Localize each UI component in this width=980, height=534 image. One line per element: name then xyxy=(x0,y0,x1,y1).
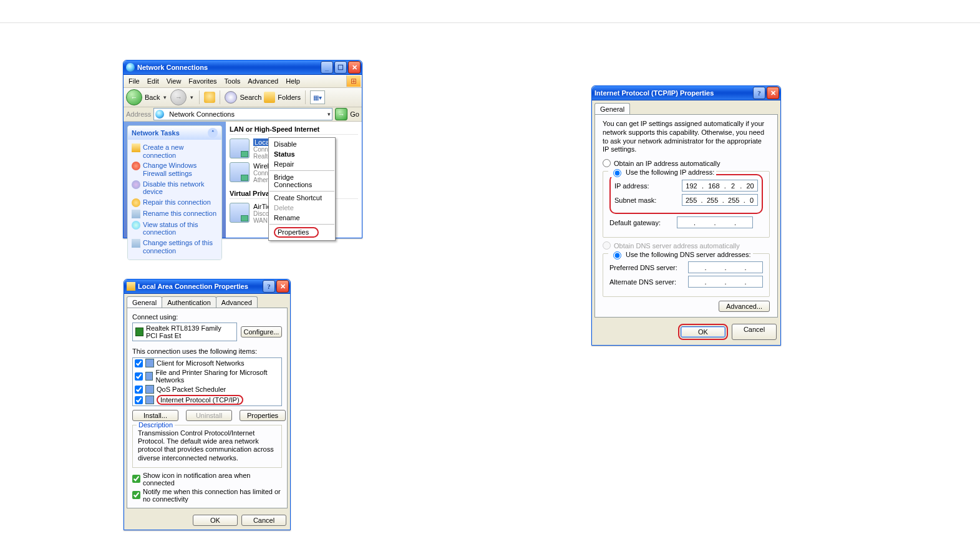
radio-use-ip[interactable] xyxy=(613,169,621,177)
folders-icon[interactable] xyxy=(264,92,275,103)
menu-edit[interactable]: Edit xyxy=(143,75,163,87)
component-fps[interactable]: File and Printer Sharing for Microsoft N… xyxy=(133,368,281,384)
task-create[interactable]: Create a new connection xyxy=(130,142,219,160)
client-icon xyxy=(145,359,154,367)
menu-favorites[interactable]: Favorites xyxy=(185,75,220,87)
adapter-name: Realtek RTL8139 Family PCI Fast Et xyxy=(146,324,234,339)
address-value: Network Connections xyxy=(169,110,235,118)
ok-button[interactable]: OK xyxy=(681,326,725,337)
radio-use-dns[interactable] xyxy=(613,251,621,260)
views-button[interactable]: ▦▾ xyxy=(310,90,325,104)
maximize-button[interactable]: ☐ xyxy=(334,61,347,74)
close-button[interactable]: ✕ xyxy=(767,87,779,99)
chk-qos[interactable] xyxy=(135,386,143,394)
highlight-tcpip: Internet Protocol (TCP/IP) xyxy=(157,395,243,405)
search-label[interactable]: Search xyxy=(240,94,261,101)
tab-general[interactable]: General xyxy=(127,296,162,308)
back-button[interactable]: ← xyxy=(126,89,142,105)
forward-button[interactable]: → xyxy=(170,89,187,105)
menu-view[interactable]: View xyxy=(163,75,185,87)
ip-fieldset: Use the following IP address: IP address… xyxy=(603,171,770,238)
windows-flag-icon: ⊞ xyxy=(346,75,361,87)
tasks-header[interactable]: Network Tasks ˄ xyxy=(128,126,221,140)
back-dropdown[interactable]: ▾ xyxy=(162,94,168,100)
subnet-mask-input[interactable]: 255. 255. 255. 0 xyxy=(682,194,758,206)
uses-label: This connection uses the following items… xyxy=(132,347,282,355)
back-label[interactable]: Back xyxy=(145,94,160,101)
go-button[interactable]: → xyxy=(335,108,347,120)
ctx-properties[interactable]: Properties xyxy=(269,226,335,239)
chk-notify[interactable] xyxy=(132,491,140,499)
help-button[interactable]: ? xyxy=(753,87,765,99)
up-button[interactable] xyxy=(204,92,215,103)
radio-auto-ip[interactable] xyxy=(603,159,611,167)
ip-address-input[interactable]: 192. 168. 2. 20 xyxy=(682,180,758,192)
task-disable[interactable]: Disable this network device xyxy=(130,179,219,197)
address-dropdown[interactable]: ▾ xyxy=(327,111,331,117)
collapse-icon[interactable]: ˄ xyxy=(208,128,218,138)
task-repair[interactable]: Repair this connection xyxy=(130,197,219,208)
forward-dropdown[interactable]: ▾ xyxy=(189,94,195,100)
tab-general[interactable]: General xyxy=(594,103,630,114)
task-rename[interactable]: Rename this connection xyxy=(130,208,219,220)
chk-fps[interactable] xyxy=(135,372,143,381)
titlebar[interactable]: Network Connections _ ☐ ✕ xyxy=(124,61,362,75)
nic-icon xyxy=(135,328,143,336)
advanced-button[interactable]: Advanced... xyxy=(719,301,770,312)
properties-button[interactable]: Properties xyxy=(240,410,286,421)
component-client[interactable]: Client for Microsoft Networks xyxy=(133,358,281,368)
vpn-icon xyxy=(230,203,250,223)
go-label[interactable]: Go xyxy=(350,110,359,118)
cancel-button[interactable]: Cancel xyxy=(241,515,286,526)
highlight-ok: OK xyxy=(678,324,728,340)
menu-help[interactable]: Help xyxy=(282,75,304,87)
tab-authentication[interactable]: Authentication xyxy=(162,296,216,308)
menubar: File Edit View Favorites Tools Advanced … xyxy=(124,75,362,88)
menu-advanced[interactable]: Advanced xyxy=(244,75,282,87)
titlebar[interactable]: Local Area Connection Properties ? ✕ xyxy=(124,279,290,294)
ctx-status[interactable]: Status xyxy=(269,149,335,159)
wlan-icon xyxy=(230,162,250,182)
pref-dns-label: Preferred DNS server: xyxy=(609,264,688,271)
help-button[interactable]: ? xyxy=(263,280,275,293)
cancel-button[interactable]: Cancel xyxy=(732,324,777,340)
titlebar[interactable]: Internet Protocol (TCP/IP) Properties ? … xyxy=(592,86,780,100)
task-status[interactable]: View status of this connection xyxy=(130,220,219,238)
chk-show-icon[interactable] xyxy=(132,475,140,483)
ctx-bridge[interactable]: Bridge Connections xyxy=(269,172,335,190)
tab-advanced[interactable]: Advanced xyxy=(216,296,258,308)
adapter-field[interactable]: Realtek RTL8139 Family PCI Fast Et xyxy=(132,323,237,341)
close-button[interactable]: ✕ xyxy=(276,280,289,293)
pref-dns-input[interactable]: ... xyxy=(688,261,763,273)
install-button[interactable]: Install... xyxy=(132,410,178,421)
minimize-button[interactable]: _ xyxy=(321,61,333,74)
components-list[interactable]: Client for Microsoft Networks File and P… xyxy=(132,357,282,406)
subnet-mask-label: Subnet mask: xyxy=(614,197,682,204)
dns-fieldset: Use the following DNS server addresses: … xyxy=(603,253,770,297)
tab-page-general: You can get IP settings assigned automat… xyxy=(594,114,778,318)
ctx-repair[interactable]: Repair xyxy=(269,159,335,169)
close-button[interactable]: ✕ xyxy=(348,61,361,74)
task-settings[interactable]: Change settings of this connection xyxy=(130,238,219,256)
task-firewall[interactable]: Change Windows Firewall settings xyxy=(130,160,219,178)
component-tcpip[interactable]: Internet Protocol (TCP/IP) xyxy=(133,394,281,405)
component-qos[interactable]: QoS Packet Scheduler xyxy=(133,384,281,394)
search-icon[interactable] xyxy=(225,91,237,104)
alt-dns-input[interactable]: ... xyxy=(688,276,763,288)
address-input[interactable]: Network Connections ▾ xyxy=(153,108,332,120)
menu-tools[interactable]: Tools xyxy=(221,75,245,87)
gateway-input[interactable]: . . . xyxy=(677,216,753,228)
qos-icon xyxy=(145,385,154,394)
chk-client[interactable] xyxy=(135,359,143,367)
ctx-disable[interactable]: Disable xyxy=(269,139,335,149)
chk-tcpip[interactable] xyxy=(135,396,143,404)
menu-file[interactable]: File xyxy=(125,75,143,87)
ctx-rename[interactable]: Rename xyxy=(269,213,335,223)
configure-button[interactable]: Configure... xyxy=(241,326,282,337)
folders-label[interactable]: Folders xyxy=(278,94,301,101)
ctx-shortcut[interactable]: Create Shortcut xyxy=(269,193,335,203)
highlight-properties: Properties xyxy=(274,227,319,238)
radio-auto-dns xyxy=(603,241,611,250)
ok-button[interactable]: OK xyxy=(193,515,238,526)
lac-properties-window: Local Area Connection Properties ? ✕ Gen… xyxy=(124,279,291,530)
